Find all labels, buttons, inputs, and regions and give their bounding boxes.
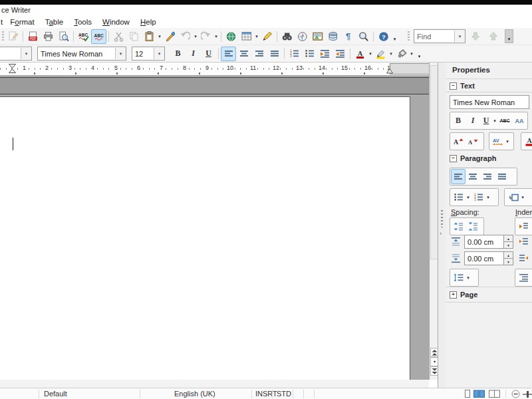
menu-item-partial[interactable]: t xyxy=(0,17,5,27)
sidebar-align-left-button[interactable] xyxy=(451,169,466,184)
menu-item-table[interactable]: Table xyxy=(40,17,69,27)
redo-dropdown[interactable]: ▾ xyxy=(213,30,219,43)
spin-up-button[interactable]: ▲ xyxy=(504,235,513,242)
paragraph-background-button[interactable] xyxy=(505,190,520,205)
undo-button[interactable] xyxy=(178,29,193,44)
paragraph-style-select[interactable]: ▾ xyxy=(0,47,32,61)
line-spacing-button[interactable] xyxy=(451,270,466,285)
formatting-marks-button[interactable]: ¶ xyxy=(340,29,356,44)
sidebar-align-center-button[interactable] xyxy=(466,169,480,184)
menu-item-window[interactable]: Window xyxy=(97,17,135,27)
find-previous-button[interactable] xyxy=(485,29,501,44)
section-page-header[interactable]: + Page xyxy=(450,291,477,299)
expand-icon[interactable]: + xyxy=(450,291,457,299)
print-preview-button[interactable] xyxy=(56,29,71,44)
character-spacing-button[interactable]: AV xyxy=(490,134,505,149)
auto-spellcheck-button[interactable]: ABC xyxy=(91,29,106,44)
spelling-button[interactable]: ABC xyxy=(76,29,91,44)
redo-button[interactable] xyxy=(198,29,213,44)
font-color-button[interactable]: A xyxy=(352,47,368,61)
paragraph-background-dropdown[interactable]: ▾ xyxy=(520,191,525,204)
paste-dropdown[interactable]: ▾ xyxy=(157,30,162,43)
draw-functions-button[interactable] xyxy=(259,29,275,44)
chevron-down-icon[interactable]: ▾ xyxy=(454,31,465,42)
collapse-icon[interactable]: − xyxy=(450,82,457,90)
collapse-icon[interactable]: − xyxy=(450,155,457,162)
underline-button[interactable]: U xyxy=(201,47,216,61)
sidebar-font-name-select[interactable]: Times New Roman xyxy=(450,95,529,109)
export-pdf-button[interactable]: PDF xyxy=(25,29,41,44)
align-right-button[interactable] xyxy=(251,47,267,61)
spin-down-button[interactable]: ▼ xyxy=(504,259,513,265)
undo-dropdown[interactable]: ▾ xyxy=(193,30,198,43)
sidebar-underline-button[interactable]: U xyxy=(480,113,492,128)
background-color-button[interactable] xyxy=(394,47,409,61)
sidebar-bold-button[interactable]: B xyxy=(451,113,466,128)
bold-button[interactable]: B xyxy=(170,47,186,61)
decrease-indent-button[interactable] xyxy=(332,47,348,61)
paste-button[interactable] xyxy=(142,29,157,44)
chevron-down-icon[interactable]: ▾ xyxy=(115,48,126,59)
find-toolbar-grip[interactable] xyxy=(408,31,410,42)
vertical-scrollbar[interactable]: • xyxy=(429,63,438,380)
sidebar-align-justify-button[interactable] xyxy=(495,169,509,184)
increase-paragraph-spacing-button[interactable] xyxy=(451,219,466,234)
align-left-button[interactable] xyxy=(221,47,236,61)
hyperlink-button[interactable] xyxy=(223,29,239,44)
find-toolbar-overflow[interactable]: ▾ xyxy=(505,29,513,43)
sidebar-collapse-icon[interactable]: › xyxy=(440,230,442,237)
edit-file-button[interactable] xyxy=(5,29,21,44)
insert-table-dropdown[interactable]: ▾ xyxy=(254,30,259,43)
menu-item-format[interactable]: Format xyxy=(5,17,39,27)
page-style-field[interactable]: Default xyxy=(44,390,67,398)
spin-down-button[interactable]: ▼ xyxy=(504,242,513,248)
align-center-button[interactable] xyxy=(236,47,251,61)
standard-toolbar-overflow[interactable]: ▾ xyxy=(391,30,398,43)
italic-button[interactable]: I xyxy=(186,47,201,61)
sidebar-ordered-list-button[interactable]: 123 xyxy=(471,190,485,205)
spacing-above-input[interactable]: 0.00 cm ▲▼ xyxy=(464,235,513,249)
right-indent-marker[interactable] xyxy=(386,68,393,74)
cut-button[interactable] xyxy=(111,29,126,44)
underline-dropdown[interactable]: ▾ xyxy=(492,114,497,128)
find-replace-button[interactable] xyxy=(279,29,295,44)
toolbar-grip[interactable] xyxy=(2,31,4,42)
align-justify-button[interactable] xyxy=(267,47,282,61)
find-next-button[interactable] xyxy=(467,29,483,44)
data-sources-button[interactable] xyxy=(325,29,340,44)
decrease-paragraph-spacing-button[interactable] xyxy=(466,219,480,234)
zoom-out-button[interactable] xyxy=(511,390,520,398)
font-name-select[interactable]: Times New Roman ▾ xyxy=(37,47,126,61)
ordered-list-dropdown[interactable]: ▾ xyxy=(485,191,491,204)
spin-up-button[interactable]: ▲ xyxy=(504,252,513,259)
section-text-header[interactable]: − Text xyxy=(450,82,475,90)
document-page[interactable] xyxy=(0,96,410,380)
navigator-button[interactable] xyxy=(295,29,310,44)
unordered-list-dropdown[interactable]: ▾ xyxy=(466,191,471,204)
font-size-select[interactable]: 12 ▾ xyxy=(132,47,165,61)
zoom-slider-handle[interactable] xyxy=(527,391,529,398)
sidebar-italic-button[interactable]: I xyxy=(466,113,480,128)
hanging-indent-button[interactable] xyxy=(516,270,531,285)
selection-mode-field[interactable]: STD xyxy=(277,390,291,398)
line-spacing-dropdown[interactable]: ▾ xyxy=(466,271,471,285)
horizontal-ruler[interactable]: 1 2 3 4 5 6 7 8 9 10 11 12 13 14 15 16 1… xyxy=(0,63,429,76)
book-view-button[interactable] xyxy=(489,390,501,398)
formatting-toolbar-overflow[interactable]: ▾ xyxy=(416,47,423,60)
document-canvas[interactable] xyxy=(0,75,429,380)
chevron-down-icon[interactable]: ▾ xyxy=(21,48,31,59)
sidebar-unordered-list-button[interactable] xyxy=(451,190,466,205)
help-button[interactable]: ? xyxy=(376,29,391,44)
single-page-view-button[interactable] xyxy=(463,390,472,398)
character-spacing-dropdown[interactable]: ▾ xyxy=(505,135,510,148)
gallery-button[interactable] xyxy=(310,29,325,44)
menu-item-tools[interactable]: Tools xyxy=(68,17,97,27)
increase-indent-button[interactable] xyxy=(317,47,332,61)
language-field[interactable]: English (UK) xyxy=(174,390,215,398)
find-input[interactable]: Find ▾ xyxy=(414,29,466,43)
character-dialog-button[interactable]: AA xyxy=(512,113,527,128)
clone-formatting-button[interactable] xyxy=(162,29,178,44)
highlight-color-dropdown[interactable]: ▾ xyxy=(388,47,394,61)
ordered-list-button[interactable]: 123 xyxy=(287,47,302,61)
horizontal-scrollbar[interactable] xyxy=(0,380,429,388)
